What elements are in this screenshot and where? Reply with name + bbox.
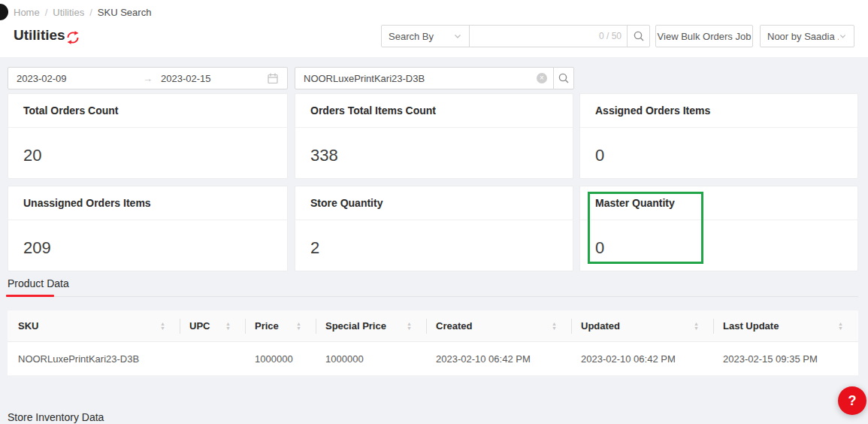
- tab-active-indicator: [6, 295, 54, 297]
- sort-icon[interactable]: ▲▼: [160, 322, 165, 331]
- column-header-updated[interactable]: Updated ▲▼: [572, 310, 714, 341]
- breadcrumb: Home / Utilities / SKU Search: [14, 7, 151, 18]
- clear-icon[interactable]: ×: [537, 73, 547, 83]
- char-counter: 0 / 50: [599, 31, 622, 41]
- stat-card-unassigned-orders-items: Unassigned Orders Items 209: [8, 186, 288, 271]
- cell-upc: [180, 342, 246, 375]
- calendar-icon: [267, 72, 279, 84]
- sync-icon: [66, 31, 80, 44]
- sort-icon[interactable]: ▲▼: [225, 322, 231, 331]
- cell-created: 2023-02-10 06:42 PM: [427, 342, 572, 375]
- column-header-last-update[interactable]: Last Update ▲▼: [714, 310, 858, 341]
- column-label: SKU: [18, 320, 38, 332]
- sku-field[interactable]: [304, 73, 537, 84]
- page-title: Utilities: [14, 27, 65, 44]
- stat-card-title: Total Orders Count: [8, 94, 287, 128]
- sort-down-icon: ▼: [407, 326, 412, 331]
- topbar: Home / Utilities / SKU Search Utilities …: [0, 0, 868, 57]
- help-button[interactable]: ?: [838, 386, 866, 415]
- breadcrumb-utilities[interactable]: Utilities: [53, 7, 84, 18]
- chevron-down-icon: [839, 32, 847, 41]
- stat-card-total-orders-count: Total Orders Count 20: [8, 93, 288, 179]
- sort-icon[interactable]: ▲▼: [838, 322, 843, 331]
- column-label: Created: [436, 320, 472, 332]
- sort-down-icon: ▼: [694, 326, 699, 331]
- sort-icon[interactable]: ▲▼: [296, 322, 301, 331]
- stat-card-orders-total-items-count: Orders Total Items Count 338: [295, 93, 573, 179]
- sku-search-input[interactable]: ×: [295, 67, 554, 89]
- table-header-row: SKU ▲▼ UPC ▲▼ Price ▲▼ Special Price ▲▼ …: [8, 310, 858, 342]
- column-header-upc[interactable]: UPC ▲▼: [180, 310, 246, 341]
- date-from[interactable]: 2023-02-09: [17, 73, 143, 84]
- stat-card-value: 0: [580, 128, 857, 165]
- sort-down-icon: ▼: [160, 326, 165, 331]
- sku-search-page: Home / Utilities / SKU Search Utilities …: [0, 0, 868, 424]
- stat-card-title: Orders Total Items Count: [295, 94, 573, 128]
- breadcrumb-separator: /: [45, 7, 48, 18]
- stat-card-title: Master Quantity: [580, 186, 857, 220]
- stat-card-master-quantity: Master Quantity 0: [579, 186, 858, 271]
- search-icon: [633, 30, 645, 42]
- refresh-button[interactable]: [66, 31, 80, 44]
- tab-bar-line: [8, 296, 858, 297]
- tab-product-data[interactable]: Product Data: [8, 277, 69, 289]
- column-label: Special Price: [325, 320, 386, 332]
- stat-card-title: Unassigned Orders Items: [8, 186, 287, 220]
- global-search-field[interactable]: [476, 31, 594, 42]
- stat-card-value: 2: [295, 220, 573, 258]
- cell-sku: NOORLuxePrintKari23-D3B: [8, 342, 180, 375]
- sort-down-icon: ▼: [296, 326, 301, 331]
- breadcrumb-home[interactable]: Home: [14, 7, 40, 18]
- range-arrow-icon: →: [143, 73, 161, 84]
- stat-card-value: 338: [295, 128, 573, 165]
- global-search-button[interactable]: [627, 25, 650, 47]
- sort-icon[interactable]: ▲▼: [552, 322, 557, 331]
- search-by-select[interactable]: Search By: [381, 25, 470, 47]
- column-label: Price: [255, 320, 279, 332]
- global-search-input[interactable]: 0 / 50: [469, 25, 628, 47]
- store-select[interactable]: Noor by Saadia ...: [760, 25, 854, 47]
- stat-card-value: 20: [8, 128, 287, 165]
- sort-icon[interactable]: ▲▼: [407, 322, 412, 331]
- search-by-value: Search By: [389, 31, 434, 42]
- cell-price: 1000000: [246, 342, 316, 375]
- stat-card-value: 209: [8, 220, 287, 258]
- chevron-down-icon: [453, 32, 462, 41]
- column-header-sku[interactable]: SKU ▲▼: [8, 310, 180, 341]
- column-header-price[interactable]: Price ▲▼: [246, 310, 316, 341]
- breadcrumb-sku-search: SKU Search: [98, 7, 152, 18]
- store-select-value: Noor by Saadia ...: [767, 31, 839, 42]
- search-icon: [558, 72, 570, 84]
- sku-search-button[interactable]: [553, 67, 574, 89]
- column-label: UPC: [189, 320, 210, 332]
- view-bulk-orders-button[interactable]: View Bulk Orders Job: [655, 25, 753, 47]
- sidebar-toggle[interactable]: [0, 4, 8, 20]
- sort-down-icon: ▼: [225, 326, 231, 331]
- column-header-created[interactable]: Created ▲▼: [427, 310, 572, 341]
- cell-last-update: 2023-02-15 09:35 PM: [714, 342, 858, 375]
- stat-card-assigned-orders-items: Assigned Orders Items 0: [579, 93, 858, 179]
- cell-updated: 2023-02-10 06:42 PM: [572, 342, 714, 375]
- stat-card-title: Assigned Orders Items: [580, 94, 857, 128]
- table-row[interactable]: NOORLuxePrintKari23-D3B 1000000 1000000 …: [8, 342, 858, 376]
- stat-card-store-quantity: Store Quantity 2: [295, 186, 573, 271]
- breadcrumb-separator: /: [89, 7, 92, 18]
- store-inventory-section-title: Store Inventory Data: [8, 411, 104, 423]
- sort-down-icon: ▼: [552, 326, 557, 331]
- sort-icon[interactable]: ▲▼: [694, 322, 699, 331]
- cell-special-price: 1000000: [316, 342, 427, 375]
- stat-card-title: Store Quantity: [295, 186, 573, 220]
- date-to[interactable]: 2023-02-15: [161, 73, 267, 84]
- sort-down-icon: ▼: [838, 326, 843, 331]
- column-label: Last Update: [723, 320, 779, 332]
- column-label: Updated: [581, 320, 620, 332]
- stat-card-value: 0: [580, 220, 857, 258]
- product-data-table: SKU ▲▼ UPC ▲▼ Price ▲▼ Special Price ▲▼ …: [8, 310, 858, 376]
- date-range-picker[interactable]: 2023-02-09 → 2023-02-15: [8, 67, 288, 89]
- column-header-special-price[interactable]: Special Price ▲▼: [316, 310, 427, 341]
